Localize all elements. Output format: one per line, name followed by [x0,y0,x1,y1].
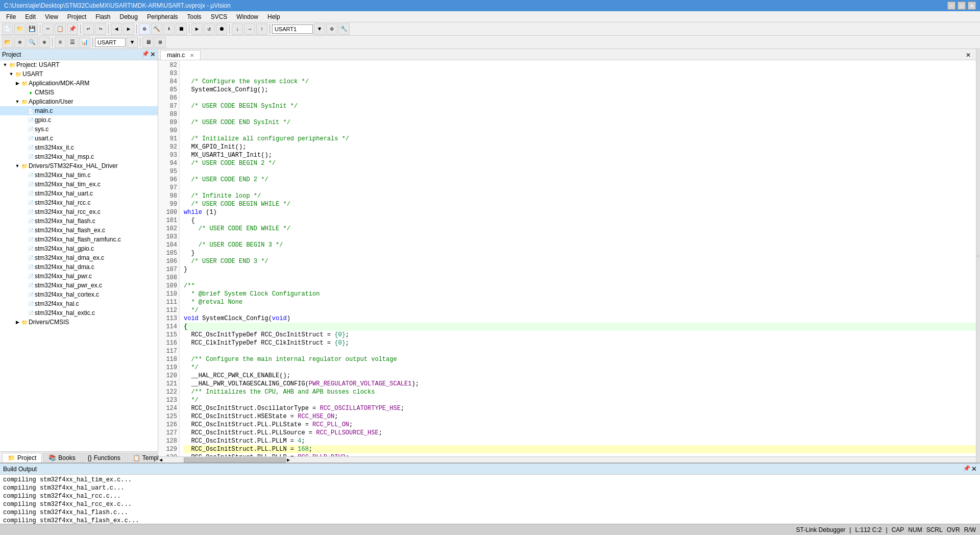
editor-tab-main-c[interactable]: main.c ✕ [160,50,201,60]
expand-root[interactable]: ▼ [2,62,8,67]
minimize-button[interactable]: ─ [947,2,955,10]
tree-hal-pwr-ex[interactable]: 📄 stm32f4xx_hal_pwr_ex.c [0,281,158,290]
menu-debug[interactable]: Debug [116,12,142,21]
tree-hal-tim[interactable]: 📄 stm32f4xx_hal_tim.c [0,171,158,180]
tb-config[interactable]: ⚙ [326,23,337,35]
tb-target-options[interactable]: ▼ [314,23,325,35]
tb-nav-back[interactable]: ◀ [111,23,122,35]
tree-hal-dma[interactable]: 📄 stm32f4xx_hal_dma.c [0,262,158,272]
tb-dbg-reset[interactable]: ↺ [204,23,215,35]
tb-redo[interactable]: ↪ [95,23,106,35]
tree-hal-extic[interactable]: 📄 stm32f4xx_hal_extic.c [0,308,158,318]
tree-sys-c[interactable]: 📄 sys.c [0,125,158,134]
horizontal-scrollbar[interactable] [184,457,286,463]
tree-gpio-c[interactable]: 📄 gpio.c [0,115,158,125]
tb2-btn7[interactable]: 📊 [79,37,90,48]
tree-app-mdk[interactable]: ▶ 📁 Application/MDK-ARM [0,79,158,88]
tb-dbg-stop[interactable]: ⏺ [216,23,227,35]
tree-hal-flash[interactable]: 📄 stm32f4xx_hal_flash.c [0,216,158,226]
tb2-btn8[interactable]: 🖥 [142,37,154,48]
menu-svcs[interactable]: SVCS [207,12,232,21]
tree-hal-gpio[interactable]: 📄 stm32f4xx_hal_gpio.c [0,244,158,253]
tab-books[interactable]: 📚 Books [43,453,81,463]
menu-help[interactable]: Help [263,12,284,21]
project-input[interactable] [95,38,126,47]
expand-usart[interactable]: ▼ [8,71,14,77]
tb-open[interactable]: 📁 [14,23,26,35]
tb-dbg-start[interactable]: ▶ [191,23,203,35]
tree-hal-cortex[interactable]: 📄 stm32f4xx_hal_cortex.c [0,290,158,299]
tree-app-user[interactable]: ▼ 📁 Application/User [0,97,158,106]
tb-step-over[interactable]: → [244,23,255,35]
tb2-btn1[interactable]: 📂 [2,37,13,48]
menu-window[interactable]: Window [232,12,262,21]
tree-hal-rcc-ex[interactable]: 📄 stm32f4xx_hal_rcc_ex.c [0,207,158,216]
tb-undo[interactable]: ↩ [83,23,94,35]
menu-file[interactable]: File [2,12,20,21]
tb2-btn4[interactable]: ⊗ [39,37,50,48]
tb-rebuild[interactable]: 🔨 [151,23,162,35]
tb2-btn5[interactable]: ≡ [55,37,66,48]
menu-peripherals[interactable]: Peripherals [143,12,182,21]
tree-hal-rcc[interactable]: 📄 stm32f4xx_hal_rcc.c [0,198,158,207]
tree-hal-flash-ex[interactable]: 📄 stm32f4xx_hal_flash_ex.c [0,226,158,235]
code-editor[interactable]: 8283848586878889909192939495969798991001… [158,60,976,456]
tb-copy[interactable]: 📋 [55,23,66,35]
project-pin-btn[interactable]: 📌 [142,51,149,58]
code-content[interactable]: /* Configure the system clock */ SystemC… [180,60,976,456]
tb2-btn9[interactable]: ⊞ [155,37,166,48]
tb-step-into[interactable]: ↓ [232,23,243,35]
build-output-pin[interactable]: 📌 [963,465,970,473]
tb-cut[interactable]: ✂ [42,23,54,35]
tree-usart[interactable]: ▼ 📁 USART [0,69,158,79]
tree-hal-uart[interactable]: 📄 stm32f4xx_hal_uart.c [0,189,158,198]
tb2-btn6[interactable]: ☰ [67,37,78,48]
expand-drivers-hal[interactable]: ▼ [14,163,20,168]
tree-usart-c[interactable]: 📄 usart.c [0,134,158,143]
close-button[interactable]: ✕ [968,2,976,10]
hscroll-right[interactable]: ▶ [286,457,291,463]
menu-tools[interactable]: Tools [183,12,206,21]
tb-settings[interactable]: 🔧 [338,23,350,35]
tab-project[interactable]: 📁 Project [2,453,42,463]
tb-save[interactable]: 💾 [27,23,38,35]
editor-tab-close-btn[interactable]: ✕ [190,53,194,58]
tb-stop[interactable]: ⏹ [176,23,187,35]
tb-step-out[interactable]: ↑ [256,23,267,35]
tree-project-root[interactable]: ▼ 📁 Project: USART [0,60,158,69]
tree-cmsis[interactable]: ♦ CMSIS [0,88,158,97]
tree-drivers-hal[interactable]: ▼ 📁 Drivers/STM32F4xx_HAL_Driver [0,161,158,171]
tree-stm32-msp[interactable]: 📄 stm32f4xx_hal_msp.c [0,152,158,161]
tree-hal-pwr[interactable]: 📄 stm32f4xx_hal_pwr.c [0,272,158,281]
right-panel-collapse[interactable]: ‹ [976,49,980,463]
menu-view[interactable]: View [41,12,62,21]
tree-hal[interactable]: 📄 stm32f4xx_hal.c [0,299,158,308]
tree-main-c[interactable]: 📄 main.c [0,106,158,115]
tb-nav-fwd[interactable]: ▶ [123,23,134,35]
expand-drivers-cmsis[interactable]: ▶ [14,320,20,325]
maximize-button[interactable]: □ [958,2,966,10]
build-output-close[interactable]: ✕ [971,465,977,473]
tree-hal-flash-ramfunc[interactable]: 📄 stm32f4xx_hal_flash_ramfunc.c [0,235,158,244]
bottom-scroll[interactable]: ◀ ▶ [158,456,976,463]
project-close-btn[interactable]: ✕ [150,51,156,58]
tb-paste[interactable]: 📌 [67,23,78,35]
tb2-dropdown[interactable]: ▼ [127,37,138,48]
target-selector[interactable] [272,25,313,34]
tab-functions[interactable]: {} Functions [82,453,126,463]
tree-stm32-it[interactable]: 📄 stm32f4xx_it.c [0,143,158,152]
tb2-btn2[interactable]: ⊕ [14,37,26,48]
tree-drivers-cmsis[interactable]: ▶ 📁 Drivers/CMSIS [0,318,158,327]
menu-project[interactable]: Project [63,12,90,21]
tb-download[interactable]: ⬇ [163,23,175,35]
editor-panel-close[interactable]: ✕ [963,51,974,60]
hscroll-left[interactable]: ◀ [158,457,163,463]
tb-new[interactable]: 📄 [2,23,13,35]
tb-build[interactable]: ⚙ [139,23,150,35]
tb2-btn3[interactable]: 🔍 [27,37,38,48]
tree-hal-dma-ex[interactable]: 📄 stm32f4xx_hal_dma_ex.c [0,253,158,262]
tree-hal-tim-ex[interactable]: 📄 stm32f4xx_hal_tim_ex.c [0,180,158,189]
expand-app-user[interactable]: ▼ [14,99,20,104]
menu-edit[interactable]: Edit [21,12,40,21]
menu-flash[interactable]: Flash [91,12,114,21]
